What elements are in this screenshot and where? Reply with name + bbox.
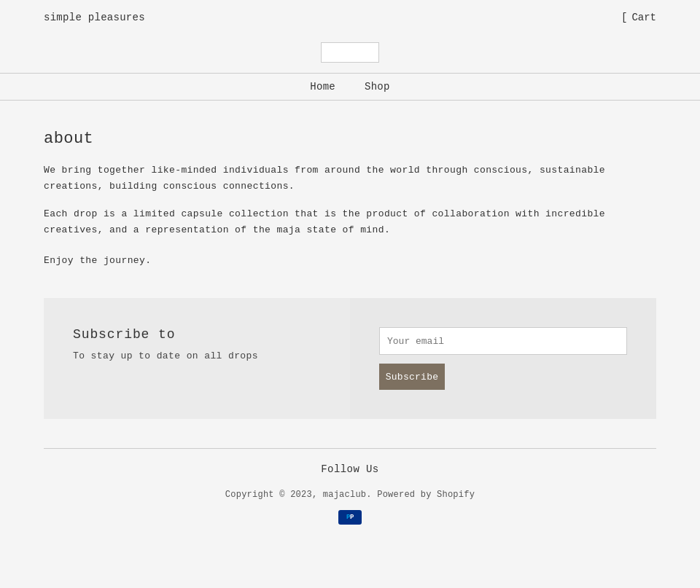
- search-area: [0, 35, 700, 73]
- email-input[interactable]: [379, 327, 627, 355]
- copyright-text: Copyright © 2023, majaclub. Powered by S…: [44, 490, 656, 500]
- nav-item-shop[interactable]: Shop: [365, 81, 390, 93]
- subscribe-title: Subscribe to: [73, 327, 321, 342]
- search-input[interactable]: [321, 42, 379, 63]
- subscribe-section: Subscribe to To stay up to date on all d…: [44, 298, 656, 419]
- subscribe-right: Subscribe: [350, 298, 656, 419]
- nav-item-home[interactable]: Home: [310, 81, 335, 93]
- cart-bracket: [: [621, 12, 627, 23]
- site-logo: simple pleasures: [44, 12, 145, 23]
- footer: Follow Us Copyright © 2023, majaclub. Po…: [0, 449, 700, 539]
- header-cart-area: [ Cart: [621, 12, 656, 23]
- header: simple pleasures [ Cart: [0, 0, 700, 35]
- subscribe-button[interactable]: Subscribe: [379, 364, 445, 390]
- nav-bar: Home Shop: [0, 73, 700, 101]
- subscribe-subtitle: To stay up to date on all drops: [73, 350, 321, 361]
- about-paragraph-1: We bring together like-minded individual…: [44, 162, 656, 195]
- main-content: about We bring together like-minded indi…: [44, 101, 656, 419]
- paypal-icon: PP: [338, 510, 362, 525]
- paypal-icon-area: PP: [44, 510, 656, 525]
- cart-label[interactable]: Cart: [631, 12, 656, 23]
- follow-us: Follow Us: [44, 463, 656, 475]
- subscribe-left: Subscribe to To stay up to date on all d…: [44, 298, 350, 419]
- enjoy-text: Enjoy the journey.: [44, 253, 656, 269]
- about-title: about: [44, 130, 656, 148]
- about-paragraph-2: Each drop is a limited capsule collectio…: [44, 206, 656, 238]
